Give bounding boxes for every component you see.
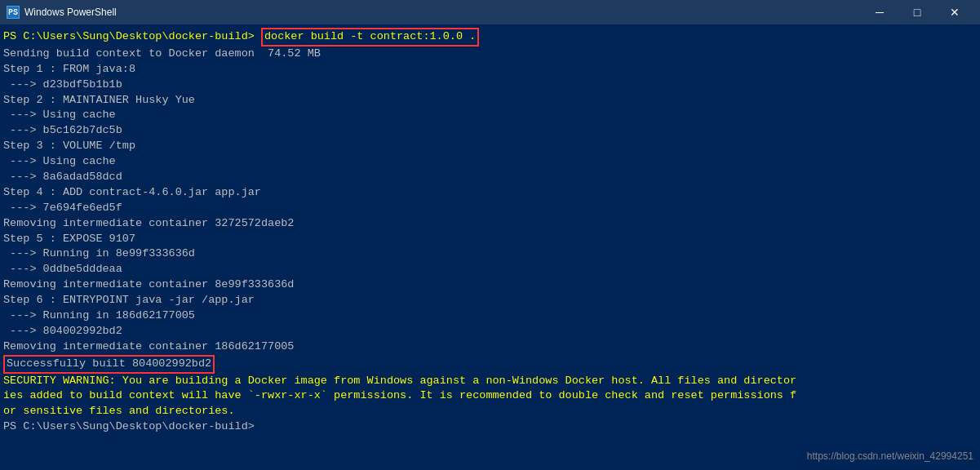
terminal-line: Step 1 : FROM java:8 — [3, 62, 977, 78]
command-highlight: docker build -t contract:1.0.0 . — [261, 28, 479, 47]
terminal-line: Step 3 : VOLUME /tmp — [3, 139, 977, 154]
terminal-line: ---> Using cache — [3, 108, 977, 123]
terminal-line: ---> 0ddbe5dddeaa — [3, 262, 977, 277]
window-title: Windows PowerShell — [24, 7, 117, 18]
powershell-icon: PS — [7, 6, 20, 19]
terminal-line: Step 5 : EXPOSE 9107 — [3, 232, 977, 247]
window-controls: ─ □ ✕ — [861, 0, 973, 24]
terminal-line: ---> b5c162b7dc5b — [3, 123, 977, 139]
final-prompt: PS C:\Users\Sung\Desktop\docker-build> — [3, 419, 977, 435]
close-button[interactable]: ✕ — [936, 0, 973, 24]
success-line: Successfully built 804002992bd2 — [3, 355, 977, 374]
terminal: PS C:\Users\Sung\Desktop\docker-build> d… — [0, 24, 980, 470]
docker-command: docker build -t contract:1.0.0 . — [264, 30, 476, 42]
terminal-line: ---> d23bdf5b1b1b — [3, 78, 977, 93]
command-line: PS C:\Users\Sung\Desktop\docker-build> d… — [3, 28, 977, 47]
terminal-line: Removing intermediate container 3272572d… — [3, 216, 977, 232]
terminal-line: Sending build context to Docker daemon 7… — [3, 47, 977, 62]
terminal-line: ---> 8a6adad58dcd — [3, 170, 977, 185]
terminal-line: ---> Running in 186d62177005 — [3, 308, 977, 324]
minimize-button[interactable]: ─ — [861, 0, 898, 24]
security-warning-2: ies added to build context will have `-r… — [3, 388, 977, 404]
security-warning-1: SECURITY WARNING: You are building a Doc… — [3, 374, 977, 389]
title-bar-left: PS Windows PowerShell — [7, 6, 117, 19]
terminal-line: ---> 804002992bd2 — [3, 324, 977, 339]
maximize-button[interactable]: □ — [898, 0, 936, 24]
window: PS Windows PowerShell ─ □ ✕ PS C:\Users\… — [0, 0, 980, 470]
watermark: https://blog.csdn.net/weixin_42994251 — [807, 450, 973, 463]
terminal-line: ---> Using cache — [3, 154, 977, 170]
title-bar: PS Windows PowerShell ─ □ ✕ — [0, 0, 980, 24]
terminal-line: ---> Running in 8e99f333636d — [3, 246, 977, 262]
terminal-line: Step 4 : ADD contract-4.6.0.jar app.jar — [3, 185, 977, 201]
security-warning-3: or sensitive files and directories. — [3, 404, 977, 419]
terminal-line: ---> 7e694fe6ed5f — [3, 201, 977, 216]
terminal-line: Removing intermediate container 186d6217… — [3, 339, 977, 355]
prompt-text: PS C:\Users\Sung\Desktop\docker-build> — [3, 29, 261, 45]
terminal-line: Step 2 : MAINTAINER Husky Yue — [3, 93, 977, 109]
terminal-line: Step 6 : ENTRYPOINT java -jar /app.jar — [3, 293, 977, 308]
terminal-line: Removing intermediate container 8e99f333… — [3, 277, 977, 293]
success-highlight-box: Successfully built 804002992bd2 — [3, 355, 215, 374]
